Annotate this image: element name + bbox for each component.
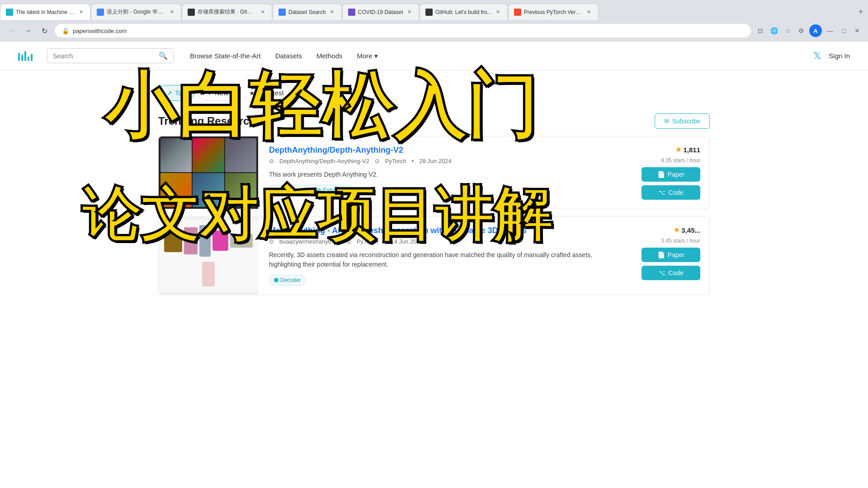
logo-icon: [18, 49, 33, 63]
tab-close-button[interactable]: ✕: [585, 9, 593, 16]
paper-date: 14 Jun 2024: [391, 238, 423, 245]
browser-tab[interactable]: 语义分割 - Google 学术... ✕: [91, 4, 181, 20]
tab-close-button[interactable]: ✕: [406, 9, 413, 16]
tab-title: The latest in Machine L...: [16, 9, 75, 15]
content: ↗ Top ✦ New ★ Greatest Trending Research…: [140, 70, 728, 317]
filter-tab-greatest[interactable]: ★ Greatest: [241, 85, 292, 101]
thumb-frame: [160, 173, 192, 207]
lock-icon: 🔒: [62, 28, 69, 34]
tab-close-button[interactable]: ✕: [77, 9, 85, 16]
tab-close-button[interactable]: ✕: [495, 9, 502, 16]
extension-icon[interactable]: ⚙: [796, 25, 807, 36]
stars-count: ★ 1,811: [675, 145, 700, 154]
thumb-object: [184, 227, 198, 254]
filter-tab-greatest-label: Greatest: [258, 89, 284, 97]
paper-button[interactable]: 📄 Paper: [642, 248, 700, 262]
forward-button[interactable]: →: [22, 24, 34, 37]
framework-icon: ⊙: [375, 158, 380, 164]
nav-link-methods[interactable]: Methods: [311, 48, 348, 63]
search-icon: 🔍: [159, 52, 168, 60]
back-button[interactable]: ←: [5, 24, 18, 37]
stars-rate: 8.35 stars / hour: [661, 157, 700, 164]
document-icon: 📄: [657, 251, 665, 258]
envelope-icon: ✉: [664, 117, 670, 125]
tab-favicon: [278, 9, 286, 16]
paper-title[interactable]: MeshAnything - Artistic Mesh Generation …: [269, 226, 622, 235]
filter-tab-top[interactable]: ↗ Top: [158, 85, 194, 101]
trending-icon: ↗: [167, 89, 172, 97]
nav-right: 𝕏 Sign In: [813, 50, 850, 62]
browser-tab[interactable]: 存储库搜索结果 · GitHub ✕: [182, 4, 272, 20]
logo-bars: [18, 51, 33, 61]
paper-date: 28 Jun 2024: [419, 158, 452, 164]
filter-tabs: ↗ Top ✦ New ★ Greatest: [158, 85, 710, 101]
search-input[interactable]: [53, 52, 155, 60]
nav-link-browse[interactable]: Browse State-of-the-Art: [184, 48, 266, 63]
close-button[interactable]: ✕: [852, 25, 863, 36]
filter-tab-top-label: Top: [175, 89, 186, 97]
logo-bar-5: [31, 54, 33, 61]
tag-color-dot: [274, 188, 278, 192]
tab-close-button[interactable]: ✕: [259, 9, 266, 16]
repo-icon: ⊙: [269, 238, 274, 245]
minimize-button[interactable]: —: [825, 25, 835, 36]
tab-favicon: [188, 9, 195, 16]
subscribe-button[interactable]: ✉ Subscribe: [655, 113, 710, 129]
address-bar-row: ← → ↻ 🔒 paperswithcode.com ⊡ 🌐 ☆ ⚙ A — □…: [0, 20, 868, 42]
tab-title: Dataset Search: [288, 9, 326, 15]
nav-link-more[interactable]: More ▾: [351, 48, 383, 64]
paper-description: This work presents Depth Anything V2.: [269, 170, 622, 179]
paper-card: DepthAnything/Depth-Anything-V2 ⊙ DepthA…: [158, 136, 710, 209]
paper-repo: buaacyw/meshanything: [279, 238, 341, 245]
tab-close-button[interactable]: ✕: [329, 9, 336, 16]
tab-close-button[interactable]: ✕: [168, 9, 175, 16]
address-bar[interactable]: 🔒 paperswithcode.com: [54, 23, 751, 38]
address-actions: ⊡ 🌐 ☆ ⚙ A — □ ✕: [755, 24, 863, 37]
reload-button[interactable]: ↻: [38, 24, 51, 37]
paper-tag[interactable]: Monocular Depth Estimation: [269, 185, 354, 196]
sign-in-button[interactable]: Sign In: [829, 52, 850, 60]
paper-description: Recently, 3D assets created via reconstr…: [269, 250, 622, 269]
section-title: Trending Research: [158, 115, 256, 127]
tab-title: 存储库搜索结果 · GitHub: [198, 8, 256, 16]
translate-icon[interactable]: 🌐: [769, 25, 779, 36]
screen-cast-icon[interactable]: ⊡: [755, 25, 766, 36]
paper-title[interactable]: DepthAnything/Depth-Anything-V2: [269, 145, 622, 155]
profile-button[interactable]: A: [809, 24, 822, 37]
thumb-frame: [193, 138, 224, 172]
tab-title: GitHub: Let's build fro...: [435, 9, 492, 15]
thumb-object: [230, 234, 253, 248]
nav-link-datasets[interactable]: Datasets: [270, 48, 307, 63]
browser-tab[interactable]: Dataset Search ✕: [273, 4, 342, 20]
thumb-depth-grid: [159, 136, 258, 209]
bookmark-icon[interactable]: ☆: [782, 25, 793, 36]
paper-tag[interactable]: Decoder: [269, 275, 306, 286]
tag-color-dot: [274, 278, 278, 282]
browser-tab[interactable]: GitHub: Let's build fro... ✕: [420, 4, 508, 20]
framework-icon: ⊙: [346, 238, 351, 245]
code-button[interactable]: ⌥ Code: [642, 266, 700, 280]
browser-tab[interactable]: Previous PyTorch Versi... ✕: [508, 4, 599, 20]
tab-favicon: [348, 9, 355, 16]
filter-tab-new[interactable]: ✦ New: [198, 85, 237, 101]
browser-tab[interactable]: The latest in Machine L... ✕: [0, 4, 90, 20]
code-button[interactable]: ⌥ Code: [642, 185, 700, 200]
paper-content: DepthAnything/Depth-Anything-V2 ⊙ DepthA…: [258, 136, 632, 209]
paper-repo: DepthAnything/Depth-Anything-V2: [279, 158, 369, 164]
thumb-frame: [225, 138, 256, 172]
browser-tab[interactable]: COVID-19 Dataset ✕: [342, 4, 419, 20]
search-box[interactable]: 🔍: [47, 48, 174, 63]
star-filled-icon: ★: [674, 226, 679, 234]
logo[interactable]: [18, 49, 33, 63]
twitter-icon[interactable]: 𝕏: [813, 50, 821, 62]
maximize-button[interactable]: □: [838, 25, 849, 36]
paper-card: MeshAnything - Artistic Mesh Generation …: [158, 216, 710, 295]
stars-rate: 3.45 stars / hour: [661, 238, 700, 244]
paper-button[interactable]: 📄 Paper: [642, 167, 700, 182]
nav-links: Browse State-of-the-Art Datasets Methods…: [184, 48, 383, 64]
star-filled-icon: ★: [675, 145, 681, 154]
thumb-object: [199, 225, 211, 257]
sparkle-icon: ✦: [207, 89, 212, 97]
thumb-object: [212, 230, 228, 251]
new-tab-button[interactable]: +: [854, 4, 868, 20]
